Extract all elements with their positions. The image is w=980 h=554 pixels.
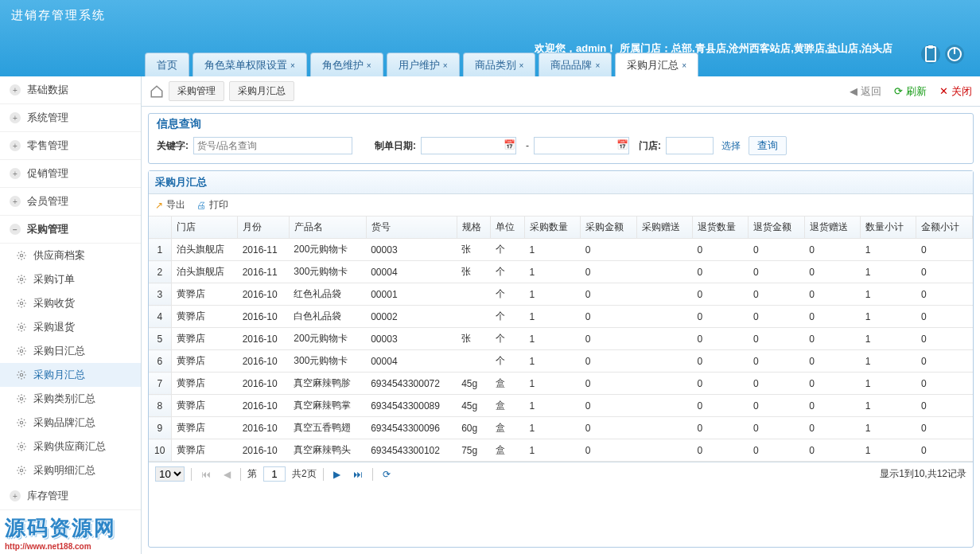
column-header[interactable]: 规格: [457, 217, 491, 239]
tab-5[interactable]: 商品品牌×: [539, 53, 612, 76]
table-row[interactable]: 10黄骅店2016-10真空麻辣鸭头693454330010275g盒10000…: [149, 439, 973, 462]
tab-close-icon[interactable]: ×: [595, 61, 600, 70]
svg-rect-1: [928, 45, 933, 49]
select-shop-link[interactable]: 选择: [718, 138, 744, 154]
pager: 10 ⏮ ◀ 第 共2页 ▶ ⏭ ⟳ 显示1到10,共12记录: [149, 462, 973, 486]
svg-point-10: [20, 397, 23, 400]
sidebar: +基础数据+系统管理+零售管理+促销管理+会员管理−采购管理供应商档案采购订单采…: [0, 76, 142, 554]
pager-prev-icon[interactable]: ◀: [220, 469, 234, 480]
column-header[interactable]: 采购赠送: [636, 217, 692, 239]
column-header[interactable]: 金额小计: [916, 217, 973, 239]
date-to-input[interactable]: [534, 137, 629, 154]
gear-icon: [16, 345, 27, 357]
gear-icon: [16, 274, 27, 285]
sidebar-item[interactable]: 采购月汇总: [0, 363, 141, 387]
breadcrumb-bar: 采购管理 采购月汇总 ◀返回 ⟳刷新 ✕关闭: [142, 76, 980, 107]
column-header[interactable]: 采购数量: [524, 217, 580, 239]
close-button[interactable]: ✕关闭: [939, 84, 972, 99]
gear-icon: [16, 298, 27, 309]
tab-0[interactable]: 首页: [145, 53, 189, 76]
table-row[interactable]: 7黄骅店2016-10真空麻辣鸭胗693454330007245g盒100001…: [149, 373, 973, 395]
table-row[interactable]: 8黄骅店2016-10真空麻辣鸭掌693454330008945g盒100001…: [149, 395, 973, 417]
tab-close-icon[interactable]: ×: [367, 61, 371, 70]
column-header[interactable]: 货号: [366, 217, 457, 239]
sidebar-group[interactable]: +零售管理: [0, 132, 141, 160]
sidebar-item[interactable]: 采购退货: [0, 315, 141, 339]
page-size-select[interactable]: 10: [155, 466, 185, 482]
refresh-button[interactable]: ⟳刷新: [894, 84, 927, 99]
calendar-icon[interactable]: 📅: [616, 139, 629, 152]
sidebar-group[interactable]: +基础数据: [0, 76, 141, 104]
column-header[interactable]: 产品名: [289, 217, 366, 239]
tab-2[interactable]: 角色维护×: [310, 53, 383, 76]
sidebar-item[interactable]: 采购品牌汇总: [0, 411, 141, 435]
tab-1[interactable]: 角色菜单权限设置×: [192, 53, 307, 76]
table-row[interactable]: 5黄骅店2016-10200元购物卡00003张个1000010: [149, 328, 973, 350]
sidebar-item[interactable]: 采购供应商汇总: [0, 435, 141, 458]
plus-icon: +: [10, 168, 21, 179]
filter-panel: 信息查询 关键字: 制单日期: 📅 - 📅 门店: 选择 查询: [148, 113, 974, 164]
sidebar-group[interactable]: −采购管理: [0, 216, 141, 244]
column-header[interactable]: 数量小计: [861, 217, 916, 239]
tab-close-icon[interactable]: ×: [682, 61, 686, 70]
calendar-icon[interactable]: 📅: [504, 139, 516, 152]
tab-4[interactable]: 商品类别×: [463, 53, 536, 76]
sidebar-item[interactable]: 采购订单: [0, 267, 141, 291]
power-icon[interactable]: [945, 45, 964, 64]
column-header[interactable]: 月份: [238, 217, 290, 239]
sidebar-group[interactable]: +促销管理: [0, 160, 141, 188]
back-button[interactable]: ◀返回: [850, 84, 881, 99]
sidebar-group[interactable]: +系统管理: [0, 104, 141, 132]
column-header[interactable]: 退货赠送: [804, 217, 860, 239]
main-tabs: 首页角色菜单权限设置×角色维护×用户维护×商品类别×商品品牌×采购月汇总×: [145, 53, 698, 76]
sidebar-group[interactable]: +库存管理: [0, 482, 141, 510]
print-button[interactable]: 🖨打印: [196, 198, 228, 212]
tab-3[interactable]: 用户维护×: [387, 53, 460, 76]
table-row[interactable]: 1泊头旗舰店2016-11200元购物卡00003张个1000010: [149, 239, 973, 261]
home-icon[interactable]: [150, 84, 164, 99]
svg-point-6: [20, 302, 23, 305]
pager-first-icon[interactable]: ⏮: [198, 469, 214, 480]
refresh-icon: ⟳: [894, 85, 903, 97]
pager-next-icon[interactable]: ▶: [330, 469, 344, 480]
column-header[interactable]: 门店: [171, 217, 238, 239]
clipboard-icon[interactable]: [921, 45, 940, 64]
tab-close-icon[interactable]: ×: [443, 61, 448, 70]
breadcrumb-page[interactable]: 采购月汇总: [229, 81, 294, 101]
table-row[interactable]: 2泊头旗舰店2016-11300元购物卡00004张个1000010: [149, 261, 973, 283]
table-row[interactable]: 9黄骅店2016-10真空五香鸭翅693454330009660g盒100001…: [149, 417, 973, 439]
gear-icon: [16, 417, 27, 428]
pager-reload-icon[interactable]: ⟳: [379, 469, 394, 480]
query-button[interactable]: 查询: [749, 136, 787, 155]
shop-input[interactable]: [666, 137, 714, 154]
breadcrumb-group[interactable]: 采购管理: [169, 81, 224, 101]
keyword-input[interactable]: [193, 137, 352, 154]
svg-point-8: [20, 349, 23, 353]
column-header[interactable]: 退货金额: [749, 217, 804, 239]
pager-last-icon[interactable]: ⏭: [350, 469, 366, 480]
sidebar-item[interactable]: 采购收货: [0, 291, 141, 315]
tab-close-icon[interactable]: ×: [290, 61, 295, 70]
table-row[interactable]: 6黄骅店2016-10300元购物卡00004个1000010: [149, 350, 973, 373]
export-button[interactable]: ↗导出: [155, 198, 185, 212]
tab-6[interactable]: 采购月汇总×: [615, 53, 698, 76]
sidebar-item[interactable]: 供应商档案: [0, 244, 141, 267]
sidebar-group[interactable]: +会员管理: [0, 188, 141, 216]
sidebar-item[interactable]: 采购日汇总: [0, 339, 141, 363]
table-row[interactable]: 4黄骅店2016-10白色礼品袋00002个1000010: [149, 306, 973, 328]
table-row[interactable]: 3黄骅店2016-10红色礼品袋00001个1000010: [149, 283, 973, 306]
plus-icon: +: [10, 490, 21, 501]
column-header[interactable]: [149, 217, 171, 239]
tab-close-icon[interactable]: ×: [519, 61, 524, 70]
column-header[interactable]: 采购金额: [581, 217, 636, 239]
page-input[interactable]: [263, 466, 286, 482]
svg-rect-0: [926, 47, 935, 61]
column-header[interactable]: 退货数量: [693, 217, 749, 239]
column-header[interactable]: 单位: [491, 217, 525, 239]
date-from-input[interactable]: [421, 137, 516, 154]
table-panel: 采购月汇总 ↗导出 🖨打印 门店月份产品名货号规格单位采购数量采购金额采购赠送退…: [148, 170, 974, 548]
gear-icon: [16, 393, 27, 404]
sidebar-item[interactable]: 采购明细汇总: [0, 458, 141, 482]
sidebar-item[interactable]: 采购类别汇总: [0, 387, 141, 411]
panel-title: 采购月汇总: [149, 171, 973, 194]
